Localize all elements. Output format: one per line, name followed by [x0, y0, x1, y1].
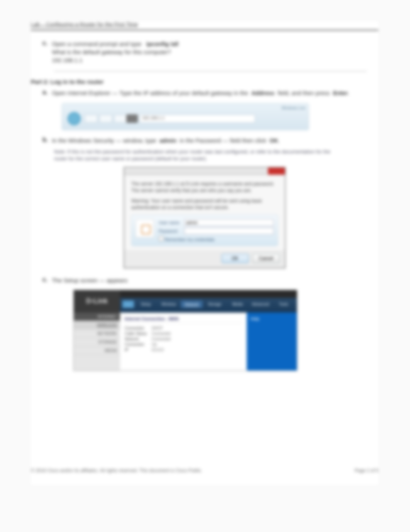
browser-corner-text: Windows Live [281, 106, 305, 110]
username-field[interactable] [184, 219, 274, 226]
tab-setup[interactable]: Setup [135, 301, 157, 308]
step-number: b. [42, 136, 50, 143]
step-c2: c. The Setup screen — appears [42, 276, 378, 284]
step-number: c. [42, 40, 50, 47]
step-number: c. [42, 276, 50, 283]
home-icon[interactable]: ⌂ [122, 301, 134, 308]
answer-text: 192.168.1.1 [52, 57, 82, 63]
reload-button[interactable] [114, 114, 127, 123]
remember-checkbox-label[interactable]: Remember my credentials [159, 236, 274, 242]
router-help-panel: Help [247, 313, 297, 371]
tab-tools[interactable]: Tools [273, 301, 295, 308]
divider [54, 71, 367, 71]
forward-button[interactable] [99, 114, 112, 123]
address-bar[interactable]: 192.168.1.1 [139, 114, 255, 123]
part-label: Part 2: Log in to the router [31, 78, 378, 85]
step-a: a. Open Internet Explorer — Type the IP … [42, 89, 378, 97]
dialog-buttons: OK Cancel [124, 250, 285, 268]
password-label: Password [159, 229, 182, 233]
dialog-body: The server 192.168.1.1 at D-Link require… [124, 175, 285, 250]
dialog-message-1: The server 192.168.1.1 at D-Link require… [131, 181, 278, 194]
nav-buttons [85, 114, 127, 123]
sidebar-item[interactable]: STORAGE [74, 338, 120, 347]
tab-network[interactable]: Network [181, 301, 203, 308]
dialog-titlebar [124, 168, 285, 175]
router-sidebar: INTERNET WIRELESS NETWORK STORAGE MEDIA [74, 313, 120, 371]
router-screenshot: D-Link ⌂ Setup Wireless Network Storage … [73, 290, 297, 371]
tab-storage[interactable]: Storage [203, 301, 225, 308]
tab-media[interactable]: Media [227, 301, 249, 308]
browser-screenshot: 192.168.1.1 Windows Live [62, 103, 309, 130]
tab-advanced[interactable]: Advanced [249, 301, 271, 308]
username-label: User name [159, 220, 182, 225]
back-button[interactable] [85, 114, 98, 123]
step-text: Open Internet Explorer — Type the IP add… [52, 89, 353, 97]
credentials-panel: User name Password Remember my credentia… [131, 215, 278, 246]
step-text: Open a command prompt and type ipconfig … [52, 40, 353, 64]
password-field[interactable] [184, 228, 274, 235]
user-icon [136, 219, 154, 238]
help-label: Help [251, 316, 259, 321]
ie-icon [68, 112, 81, 125]
page-footer: © 2016 Cisco and/or its affiliates. All … [31, 468, 378, 473]
header-rule [31, 30, 378, 31]
sidebar-item[interactable]: INTERNET [74, 313, 120, 321]
ok-button[interactable]: OK [222, 254, 249, 263]
document-page: Lab – Configuring a Router for the First… [31, 21, 378, 485]
router-body: INTERNET WIRELESS NETWORK STORAGE MEDIA … [74, 313, 297, 371]
sidebar-item[interactable]: WIRELESS [74, 321, 120, 330]
close-icon[interactable] [268, 168, 285, 175]
step-text: In the Windows Security — window, type a… [52, 136, 353, 144]
page-number: Page 2 of 5 [355, 468, 378, 473]
step-c: c. Open a command prompt and type ipconf… [42, 40, 378, 64]
step-b: b. In the Windows Security — window, typ… [42, 136, 378, 144]
page-header: Lab – Configuring a Router for the First… [31, 21, 378, 29]
router-main-panel: Internet Connection - WAN ConnectionDHCP… [120, 313, 247, 371]
go-button[interactable] [126, 114, 138, 123]
panel-title: Internet Connection - WAN [125, 316, 242, 323]
step-text: The Setup screen — appears [52, 276, 353, 284]
copyright-text: © 2016 Cisco and/or its affiliates. All … [31, 468, 202, 473]
sidebar-item[interactable]: MEDIA [74, 347, 120, 355]
step-number: a. [42, 89, 50, 96]
sidebar-item[interactable]: NETWORK [74, 330, 120, 338]
command-text: ipconfig /all [146, 41, 178, 47]
router-brand: D-Link [74, 290, 120, 313]
auth-dialog: The server 192.168.1.1 at D-Link require… [124, 167, 286, 268]
note-text: Note: If this is not the password for au… [54, 148, 340, 162]
router-tabs: ⌂ Setup Wireless Network Storage Media A… [120, 298, 297, 313]
remember-checkbox[interactable] [159, 236, 164, 241]
cancel-button[interactable]: Cancel [252, 254, 280, 263]
dialog-message-2: Warning: Your user name and password wil… [131, 198, 278, 211]
tab-wireless[interactable]: Wireless [158, 301, 180, 308]
router-header: D-Link ⌂ Setup Wireless Network Storage … [74, 290, 297, 313]
